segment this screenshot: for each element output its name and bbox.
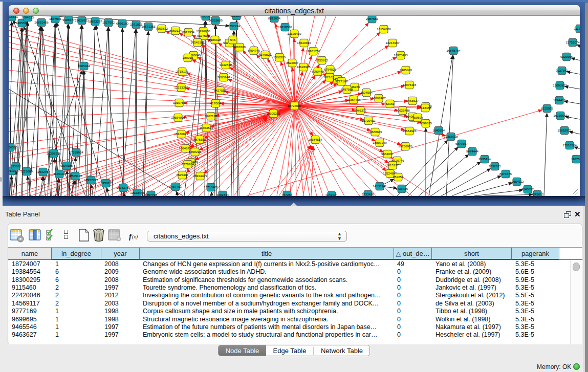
svg-text:16648784: 16648784 — [446, 49, 461, 52]
svg-text:9245652: 9245652 — [521, 187, 534, 191]
svg-text:2935114: 2935114 — [478, 157, 491, 161]
svg-text:9227342: 9227342 — [556, 69, 569, 72]
svg-text:9699695: 9699695 — [420, 121, 432, 125]
svg-text:6794028: 6794028 — [324, 68, 337, 71]
svg-text:19384554: 19384554 — [308, 138, 322, 141]
svg-text:252254: 252254 — [393, 175, 404, 179]
svg-text:1588520: 1588520 — [273, 55, 286, 59]
svg-text:8427552: 8427552 — [214, 89, 227, 92]
svg-text:2803144: 2803144 — [217, 75, 230, 79]
svg-text:10025488: 10025488 — [396, 108, 410, 112]
svg-text:12942757: 12942757 — [36, 170, 50, 173]
svg-text:8113468: 8113468 — [419, 106, 431, 110]
svg-text:8960124: 8960124 — [169, 29, 182, 32]
svg-text:18640910: 18640910 — [297, 41, 311, 45]
svg-text:10671355: 10671355 — [141, 25, 156, 28]
svg-text:15720407: 15720407 — [361, 119, 376, 122]
svg-text:9777169: 9777169 — [335, 79, 348, 83]
svg-text:21038921: 21038921 — [75, 18, 89, 22]
svg-text:417004: 417004 — [210, 101, 221, 105]
svg-text:15716485: 15716485 — [204, 185, 218, 189]
svg-text:16782759: 16782759 — [116, 186, 130, 189]
svg-text:759694: 759694 — [412, 116, 423, 119]
svg-text:19654925: 19654925 — [171, 116, 185, 119]
svg-text:13626925: 13626925 — [296, 65, 311, 69]
svg-text:16033809: 16033809 — [208, 18, 223, 22]
svg-text:(x): (x) — [132, 234, 138, 240]
svg-text:9313807: 9313807 — [230, 16, 243, 17]
svg-text:17359924: 17359924 — [69, 150, 83, 154]
svg-text:7515521: 7515521 — [9, 16, 18, 18]
svg-text:9242848: 9242848 — [220, 63, 232, 67]
svg-text:15692971: 15692971 — [557, 128, 572, 132]
svg-text:2087682: 2087682 — [366, 17, 379, 20]
svg-text:3624554: 3624554 — [360, 91, 373, 94]
svg-text:8813054: 8813054 — [268, 16, 281, 20]
svg-text:1010755: 1010755 — [173, 101, 186, 104]
svg-text:20364456: 20364456 — [346, 98, 361, 101]
svg-text:8267110: 8267110 — [205, 114, 217, 118]
svg-text:7485003: 7485003 — [400, 68, 412, 72]
svg-text:1244419: 1244419 — [553, 98, 566, 102]
svg-text:6990448: 6990448 — [312, 70, 324, 73]
svg-text:1145194: 1145194 — [53, 172, 66, 176]
svg-text:2005334: 2005334 — [78, 64, 91, 68]
svg-text:1779934: 1779934 — [182, 162, 194, 166]
svg-text:19218506: 19218506 — [278, 25, 292, 29]
svg-text:13325419: 13325419 — [287, 32, 301, 35]
svg-text:20206576: 20206576 — [47, 151, 61, 155]
svg-text:9474444: 9474444 — [466, 149, 479, 153]
svg-text:335061: 335061 — [11, 164, 21, 168]
svg-text:1733426: 1733426 — [362, 192, 375, 196]
svg-text:1117042: 1117042 — [574, 27, 580, 30]
svg-text:15751074: 15751074 — [565, 40, 580, 44]
svg-text:8454749: 8454749 — [248, 49, 260, 52]
svg-text:18300295: 18300295 — [266, 112, 280, 115]
svg-text:19166829: 19166829 — [174, 132, 188, 136]
svg-text:2718176: 2718176 — [176, 70, 189, 73]
svg-text:17957225: 17957225 — [84, 178, 98, 182]
svg-text:62160: 62160 — [385, 102, 395, 105]
svg-text:6879197: 6879197 — [455, 142, 468, 145]
svg-text:9457793: 9457793 — [145, 193, 158, 196]
svg-text:9146821: 9146821 — [259, 53, 272, 56]
svg-text:737264: 737264 — [282, 193, 293, 196]
svg-text:19654923: 19654923 — [402, 129, 417, 133]
svg-text:9457791: 9457791 — [169, 185, 182, 188]
svg-text:16543382: 16543382 — [190, 40, 205, 44]
svg-text:6497568: 6497568 — [341, 87, 354, 91]
svg-text:8912954: 8912954 — [182, 30, 195, 34]
svg-text:1603381: 1603381 — [200, 16, 212, 18]
svg-text:10973493: 10973493 — [394, 53, 408, 57]
svg-text:12505135: 12505135 — [68, 174, 82, 178]
svg-text:2084515: 2084515 — [21, 16, 34, 19]
svg-text:18724007: 18724007 — [288, 104, 302, 107]
svg-text:8878352: 8878352 — [193, 138, 206, 141]
svg-text:8471676: 8471676 — [499, 172, 512, 176]
svg-text:9329966: 9329966 — [560, 55, 573, 58]
svg-text:19358928: 19358928 — [444, 135, 458, 138]
svg-text:9684067: 9684067 — [381, 152, 394, 156]
svg-text:10853267: 10853267 — [88, 19, 102, 23]
svg-text:9245012: 9245012 — [531, 192, 544, 196]
svg-text:1615132: 1615132 — [386, 163, 399, 167]
svg-text:9397588: 9397588 — [60, 164, 73, 167]
svg-text:12093822: 12093822 — [553, 83, 567, 87]
svg-text:9624501: 9624501 — [325, 193, 338, 196]
svg-text:1847501: 1847501 — [49, 17, 62, 20]
svg-text:1292344: 1292344 — [216, 193, 229, 196]
svg-text:989015: 989015 — [183, 56, 193, 59]
svg-text:14136141: 14136141 — [373, 184, 387, 188]
svg-text:12923446: 12923446 — [130, 191, 144, 194]
svg-text:2867608: 2867608 — [233, 45, 246, 49]
svg-text:8215953: 8215953 — [541, 106, 554, 110]
svg-text:6466160: 6466160 — [116, 21, 129, 25]
svg-text:7955812: 7955812 — [316, 58, 329, 62]
svg-text:1115689: 1115689 — [20, 169, 33, 173]
svg-text:7663822: 7663822 — [156, 27, 168, 30]
svg-text:1733426: 1733426 — [396, 187, 408, 190]
svg-text:16210643: 16210643 — [553, 114, 568, 117]
svg-text:16961758: 16961758 — [306, 49, 320, 53]
svg-text:16914479: 16914479 — [193, 174, 207, 178]
svg-text:17016504: 17016504 — [562, 143, 577, 147]
